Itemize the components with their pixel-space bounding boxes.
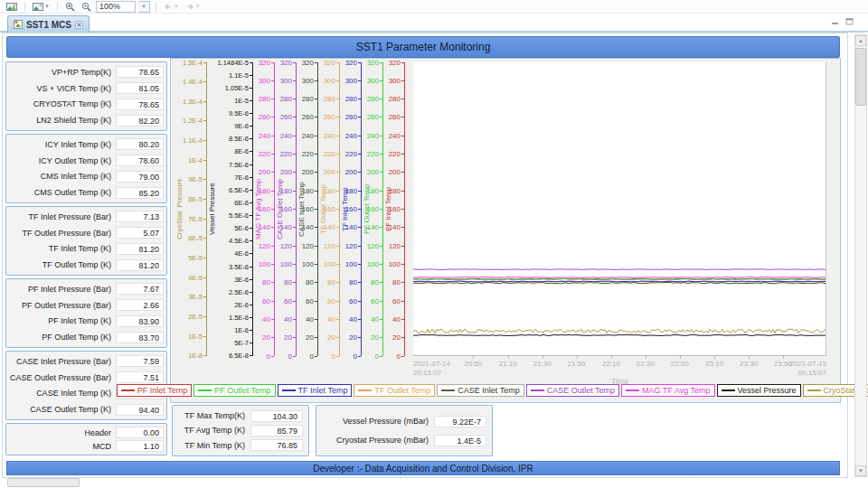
legend-label: PF Inlet Temp	[137, 386, 187, 395]
scroll-down-icon[interactable]: ▼	[855, 465, 866, 476]
y-axis-title: CASE Outlet Temp	[275, 62, 284, 356]
parameter-row: VS + VICR Temp (K)81.05	[9, 82, 164, 94]
axis-tick: 220	[262, 151, 274, 158]
page-title-text: SST1 Parameter Monitoring	[356, 41, 491, 53]
scroll-up-icon[interactable]: ▲	[855, 35, 866, 46]
tick-mark	[358, 154, 361, 155]
axis-tick: 2E-6	[216, 301, 252, 308]
y-axis-ticks: 3203002802602402202001801601401201008060…	[284, 62, 297, 356]
back-button[interactable]: ▼	[162, 1, 181, 13]
axis-tick: 1.5E-4	[184, 59, 206, 66]
axis-tick: 140	[327, 224, 339, 231]
axis-tick: 60	[284, 297, 296, 305]
parameter-label: VP+RP Temp(K)	[9, 68, 116, 77]
axis-tick: 160	[306, 206, 317, 213]
stat-label: TF Avg Temp (K)	[178, 426, 250, 435]
axis-tick: 3.5E-6	[216, 263, 252, 270]
parameter-value: 83.90	[116, 315, 164, 327]
app-window: ▼ 100% ▼ ▼ ▼ SST1 MCS ✕	[0, 0, 868, 488]
parameter-row: TF Inlet Pressure (Bar)7.13	[9, 211, 164, 222]
axis-tick: 160	[349, 206, 361, 213]
forward-button[interactable]: ▼	[184, 1, 203, 13]
axis-tick: 300	[371, 77, 382, 84]
axis-tick: 20	[262, 334, 274, 342]
axis-tick: 40	[306, 315, 317, 323]
tick-mark	[271, 246, 274, 247]
axis-tick: 120	[371, 242, 382, 249]
tab-sst1-mcs[interactable]: SST1 MCS ✕	[7, 15, 90, 33]
parameter-row: CMS Outlet Temp (K)85.20	[9, 187, 164, 199]
stat-row: Vessel Pressure (mBar)9.22E-7	[322, 416, 486, 427]
axis-tick: 280	[392, 96, 404, 103]
legend-item-tf-outlet-temp: TF Outlet Temp	[354, 384, 435, 397]
legend-label: CASE Outlet Temp	[547, 386, 615, 395]
tick-mark	[271, 209, 274, 210]
axis-tick: 260	[306, 114, 317, 121]
tick-mark	[271, 136, 274, 136]
tick-mark	[203, 160, 206, 161]
tick-mark	[380, 172, 382, 173]
tick-mark	[358, 191, 361, 192]
parameter-label: CRYOSTAT Temp (K)	[9, 99, 116, 108]
scrollbar[interactable]: ▲ ▼	[854, 34, 867, 477]
tick-mark	[271, 154, 274, 155]
restore-icon[interactable]	[845, 17, 854, 25]
axis-tick: 80	[284, 279, 296, 286]
axis-tick: 300	[262, 77, 274, 84]
parameter-row: CASE Inlet Pressure (Bar)7.59	[9, 355, 164, 367]
y-axis-ticks: 3203002802602402202001801601401201008060…	[392, 62, 405, 356]
parameter-row: LN2 Shield Temp (K)82.20	[9, 115, 164, 127]
tick-mark	[250, 75, 252, 76]
tick-mark	[336, 136, 339, 136]
axis-tick: 9E-5	[184, 176, 206, 183]
zoom-level-dropdown[interactable]: ▼	[138, 1, 150, 13]
tab-close-icon[interactable]: ✕	[75, 21, 83, 29]
legend-label: TF Outlet Temp	[374, 386, 430, 395]
tick-mark	[401, 117, 404, 117]
tick-mark	[250, 267, 252, 267]
axis-tick: 260	[392, 114, 404, 121]
axis-tick: 320	[306, 59, 317, 66]
tick-mark	[380, 117, 382, 117]
axis-tick: 100	[327, 260, 339, 267]
zoom-level-select[interactable]: 100%	[96, 1, 136, 13]
zoom-out-button[interactable]	[80, 1, 93, 13]
toolbar-separator	[156, 2, 156, 12]
parameter-label: CMS Outlet Temp (K)	[9, 188, 116, 197]
axis-tick: 300	[306, 77, 317, 84]
axis-tick: 120	[392, 242, 404, 249]
y-axis-pf-outlet-temp: PF Outlet Temp32030028026024022020018016…	[362, 62, 383, 356]
y-axis-tf-outlet-temp: TF Outlet Temp32030028026024022020018016…	[318, 62, 340, 356]
axis-tick: 260	[262, 114, 274, 121]
scrollbar-thumb[interactable]	[855, 48, 866, 106]
parameter-row: CMS Inlet Temp (K)79.00	[9, 171, 164, 183]
axis-tick: 240	[392, 132, 404, 139]
axis-tick: 0	[284, 352, 296, 360]
vi-icon	[14, 20, 23, 29]
tick-mark	[293, 136, 296, 136]
zoom-in-button[interactable]	[63, 1, 77, 13]
parameter-label: CASE Inlet Pressure (Bar)	[9, 357, 116, 366]
parameter-value: 85.20	[116, 187, 164, 199]
tick-mark	[203, 316, 206, 317]
snapshot-button[interactable]	[5, 1, 19, 13]
tick-mark	[250, 279, 252, 280]
tick-mark	[315, 246, 317, 247]
export-image-button[interactable]: ▼	[31, 1, 52, 13]
minimize-icon[interactable]	[831, 18, 839, 25]
parameter-value: 78.60	[116, 155, 164, 166]
plot-area	[413, 62, 826, 356]
axis-tick: 120	[262, 242, 274, 249]
tab-bar: SST1 MCS ✕	[0, 14, 868, 33]
taskbar-item[interactable]	[7, 478, 80, 487]
y-axis-ticks: 1.1484E-51.1E-51.05E-51E-59.5E-69E-68.5E…	[216, 62, 253, 356]
parameter-value: 7.67	[116, 283, 164, 295]
tick-mark	[315, 62, 317, 63]
axis-tick: 240	[327, 132, 339, 139]
tick-mark	[250, 215, 252, 216]
y-axis-pf-inlet-temp: PF Inlet Temp320300280260240220200180160…	[383, 62, 405, 356]
parameter-value: 78.65	[116, 99, 164, 110]
tick-mark	[315, 356, 317, 357]
tick-mark	[293, 117, 296, 117]
tick-mark	[380, 356, 382, 357]
